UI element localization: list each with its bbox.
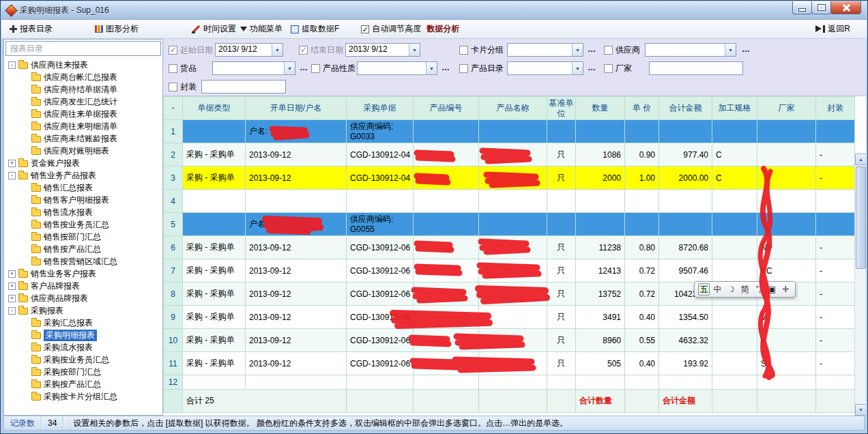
cell-pack[interactable]: - — [816, 283, 855, 306]
cell-prod_no[interactable] — [414, 120, 479, 143]
row-number[interactable]: 3 — [164, 167, 183, 190]
expander-icon[interactable]: + — [8, 270, 16, 278]
tree-leaf[interactable]: 销售按营销区域汇总 — [4, 255, 162, 267]
product-nature-dropdown[interactable]: ▼ — [357, 61, 437, 75]
ime-lang-chinese[interactable]: 中 — [712, 283, 723, 295]
cell-pack[interactable]: - — [816, 259, 855, 283]
tree-leaf[interactable]: 采购按部门汇总 — [4, 366, 162, 378]
cell-doc_type[interactable] — [183, 190, 246, 213]
cell-doc_no[interactable]: CGD-130912-06 — [347, 352, 414, 375]
row-number[interactable]: 12 — [164, 375, 183, 390]
dropdown-arrow-icon[interactable]: ▼ — [572, 44, 583, 56]
supplier-dropdown[interactable]: ▼ — [645, 43, 736, 57]
grid-row-9[interactable]: 9采购 - 采购单2013-09-12CGD-130912-06只34910.4… — [164, 306, 855, 329]
cell-prod_no[interactable] — [414, 236, 479, 259]
cell-unit[interactable]: 只 — [547, 329, 576, 352]
grid-row-2[interactable]: 2采购 - 采购单2013-09-12CGD-130912-04只10860.9… — [164, 143, 855, 167]
tree-node[interactable]: -供应商往来报表 — [4, 59, 162, 71]
cell-unit[interactable]: 只 — [547, 167, 576, 190]
tree-node[interactable]: +销售业务客户报表 — [4, 267, 162, 280]
cell-prod_name[interactable] — [479, 259, 547, 283]
cell-maker[interactable]: NP — [757, 236, 816, 259]
cell-price[interactable]: 0.72 — [625, 283, 659, 306]
cell-qty[interactable]: 8960 — [576, 329, 625, 352]
cell-doc_no[interactable]: 供应商编码: G0055 — [347, 213, 414, 236]
cell-amount[interactable] — [659, 190, 712, 213]
tree-leaf[interactable]: 采购按业务员汇总 — [4, 353, 162, 366]
dropdown-arrow-icon[interactable]: ▼ — [725, 44, 736, 56]
start-date-dropdown[interactable]: 2013/ 9/12▼ — [215, 43, 283, 57]
cell-amount[interactable]: 977.40 — [659, 143, 712, 167]
cell-amount[interactable]: 9507.46 — [659, 259, 712, 283]
cell-maker[interactable]: KC — [757, 259, 816, 283]
ime-logo[interactable]: 五 — [698, 283, 710, 295]
cell-spec[interactable] — [712, 306, 757, 329]
cell-doc_type[interactable]: 采购 - 采购单 — [183, 283, 246, 306]
checkbox-product-nature[interactable] — [311, 64, 320, 73]
vertical-scrollbar[interactable]: ▲ ▼ — [854, 154, 866, 416]
cell-prod_name[interactable] — [479, 283, 547, 306]
checkbox-start-date[interactable] — [169, 46, 177, 55]
column-header-maker[interactable]: 厂家 — [757, 97, 816, 120]
cell-qty[interactable]: 11238 — [576, 236, 625, 259]
tree-leaf[interactable]: 销售流水报表 — [4, 206, 162, 218]
cell-unit[interactable]: 只 — [547, 283, 576, 306]
tree-leaf[interactable]: 采购按卡片分组汇总 — [4, 390, 162, 403]
cell-prod_name[interactable] — [479, 236, 547, 259]
cell-maker[interactable] — [757, 167, 816, 190]
cell-spec[interactable] — [712, 236, 757, 259]
cell-amount[interactable] — [659, 375, 712, 390]
cell-maker[interactable]: V — [757, 306, 816, 329]
cell-pack[interactable] — [816, 120, 855, 143]
ime-punctuation[interactable]: ”, — [753, 283, 764, 295]
column-header-spec[interactable]: 加工规格 — [712, 97, 757, 120]
cell-price[interactable]: 0.40 — [625, 352, 659, 375]
cell-prod_no[interactable] — [414, 283, 479, 306]
cell-pack[interactable]: - — [816, 306, 855, 329]
cell-amount[interactable]: 1354.50 — [659, 306, 712, 329]
row-number[interactable]: 8 — [164, 283, 183, 306]
cell-doc_no[interactable]: CGD-130912-04 — [347, 167, 414, 190]
checkbox-product-catalog[interactable] — [459, 64, 468, 73]
tree-leaf[interactable]: 销售客户明细报表 — [4, 194, 162, 206]
tree-leaf[interactable]: 供应商未结账龄报表 — [4, 132, 162, 145]
cell-amount[interactable]: 2000.00 — [659, 167, 712, 190]
cell-doc_type[interactable] — [183, 375, 246, 390]
cell-date[interactable] — [246, 375, 347, 390]
row-number[interactable]: 5 — [164, 213, 183, 236]
cell-doc_type[interactable]: 采购 - 采购单 — [183, 306, 246, 329]
tree-leaf[interactable]: 销售按业务员汇总 — [4, 218, 162, 231]
tree-leaf[interactable]: 销售按部门汇总 — [4, 231, 162, 243]
checkbox-icon[interactable]: ✓ — [361, 25, 369, 33]
cell-prod_name[interactable] — [479, 352, 547, 375]
dropdown-arrow-icon[interactable]: ▼ — [284, 62, 295, 74]
dropdown-arrow-icon[interactable]: ▼ — [272, 44, 283, 56]
cell-maker[interactable]: S — [757, 352, 816, 375]
cell-unit[interactable]: 只 — [547, 236, 576, 259]
checkbox-package[interactable] — [169, 83, 177, 91]
cell-doc_no[interactable]: CGD-130912-06 — [347, 283, 414, 306]
cell-prod_name[interactable] — [479, 190, 547, 213]
expander-icon[interactable]: - — [8, 172, 16, 179]
cell-unit[interactable] — [547, 375, 576, 390]
tree-leaf[interactable]: 采购流水报表 — [4, 341, 162, 353]
cell-unit[interactable]: 只 — [547, 143, 576, 167]
cell-unit[interactable] — [547, 190, 576, 213]
expander-icon[interactable]: + — [8, 283, 16, 290]
column-header-amount[interactable]: 合计金额 — [659, 97, 712, 120]
tree-leaf[interactable]: 供应商待结单据清单 — [4, 83, 162, 96]
cell-price[interactable]: 0.72 — [625, 259, 659, 283]
cell-spec[interactable] — [712, 352, 757, 375]
grid-row-1[interactable]: 1户名:供应商编码: G0033 — [164, 120, 855, 143]
cell-prod_name[interactable] — [479, 167, 547, 190]
cell-prod_no[interactable] — [414, 259, 479, 283]
ime-toolbar[interactable]: 五中☽简”,▣✛ — [694, 281, 796, 298]
cell-prod_no[interactable] — [414, 213, 479, 236]
cell-price[interactable] — [625, 190, 659, 213]
cell-maker[interactable] — [757, 120, 816, 143]
tree-node[interactable]: -采购报表 — [4, 304, 162, 317]
cell-spec[interactable] — [712, 190, 757, 213]
cell-unit[interactable] — [547, 213, 576, 236]
cell-pack[interactable]: - — [816, 167, 855, 190]
cell-date[interactable] — [246, 190, 347, 213]
